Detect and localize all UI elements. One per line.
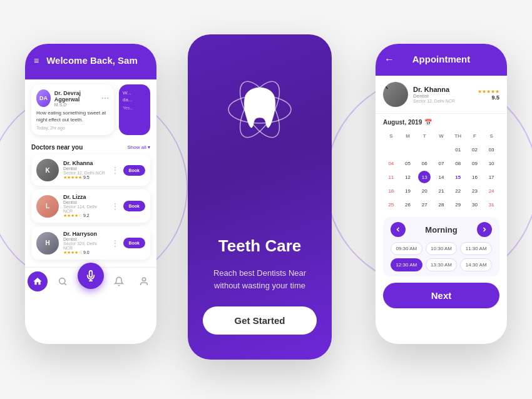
calendar-header: August, 2019 📅 — [383, 119, 499, 126]
left-phone-header: ≡ Welcome Back, Sam — [25, 44, 156, 79]
cal-day[interactable]: 14 — [435, 171, 448, 183]
doctors-section: Doctors near you Show all ▾ K Dr. Khanna… — [25, 140, 156, 267]
messages-section: DA Dr. Devraj Aggerwal M.S.D ⋯ How eatin… — [25, 79, 156, 140]
time-slot-4[interactable]: 12:30 AM — [391, 258, 422, 271]
calendar-month: August, 2019 📅 — [383, 119, 432, 126]
book-button-1[interactable]: Book — [123, 165, 146, 176]
cal-day[interactable]: 05 — [402, 157, 414, 169]
cal-week-1: 01 02 03 — [383, 143, 499, 156]
cal-hdr-m: M — [402, 129, 414, 142]
cal-day[interactable] — [402, 143, 414, 156]
doctors-section-title: Doctors near you — [31, 144, 83, 151]
next-button[interactable]: Next — [383, 283, 499, 308]
calendar-icon[interactable]: 📅 — [424, 119, 432, 126]
avatar-img: DA — [36, 89, 51, 107]
cal-day[interactable]: 12 — [402, 171, 414, 183]
doctor-more-icon-2[interactable]: ⋮ — [111, 202, 119, 211]
nav-bell[interactable] — [109, 271, 129, 291]
back-arrow-icon[interactable]: ← — [384, 54, 394, 65]
mic-button[interactable] — [78, 263, 104, 289]
phone-center: Teeth Care Reach best Dentists Near with… — [188, 34, 332, 360]
cal-day[interactable] — [418, 143, 431, 156]
cal-day[interactable]: 10 — [485, 157, 498, 169]
time-prev-button[interactable] — [391, 222, 406, 237]
nav-home[interactable] — [28, 271, 48, 291]
cal-day[interactable]: 30 — [468, 198, 481, 211]
calendar-section: August, 2019 📅 S M T W TH F S — [376, 114, 507, 217]
appointment-header: ← Appointment — [376, 44, 507, 76]
cal-day[interactable]: 17 — [485, 171, 498, 183]
cal-day[interactable]: 03 — [485, 143, 498, 156]
appt-doctor-specialty: Dentist — [413, 93, 455, 99]
appt-doctor-location: Sector 12, Delhi NCR — [413, 99, 455, 103]
book-button-2[interactable]: Book — [123, 201, 146, 211]
cal-day[interactable]: 26 — [402, 198, 414, 211]
cal-day[interactable]: 02 — [468, 143, 481, 156]
cal-day[interactable]: 24 — [485, 184, 498, 197]
cal-day[interactable]: 29 — [452, 198, 464, 211]
cal-hdr-f: F — [468, 129, 481, 142]
cal-day[interactable]: 01 — [452, 143, 464, 156]
cal-day[interactable]: 18 — [385, 184, 397, 197]
cal-day[interactable]: 06 — [418, 157, 431, 169]
cal-day[interactable]: 22 — [452, 184, 464, 197]
time-slot-5[interactable]: 13:30 AM — [426, 258, 458, 271]
cal-day[interactable]: 27 — [418, 198, 431, 211]
msg-doc-title: M.S.D — [54, 103, 98, 107]
hamburger-icon[interactable]: ≡ — [34, 56, 39, 66]
cal-day[interactable]: 28 — [435, 198, 448, 211]
message-card-1[interactable]: DA Dr. Devraj Aggerwal M.S.D ⋯ How eatin… — [31, 84, 114, 135]
time-slot-6[interactable]: 14:30 AM — [460, 258, 492, 271]
time-slot-1[interactable]: 09:30 AM — [391, 242, 422, 255]
cal-day[interactable]: 09 — [468, 157, 481, 169]
stars-display: ★★★★★ — [478, 89, 499, 94]
cal-day[interactable]: 19 — [402, 184, 414, 197]
show-all-button[interactable]: Show all ▾ — [128, 144, 150, 150]
message-text: How eating something sweet at night effe… — [36, 109, 109, 123]
phone-left: ≡ Welcome Back, Sam DA Dr. Devraj Aggerw… — [25, 44, 156, 344]
center-texts: Teeth Care Reach best Dentists Near with… — [203, 236, 317, 335]
doctor-details-1: Dr. Khanna Dentist Sector 12, Delhi NCR … — [63, 160, 106, 180]
time-next-button[interactable] — [477, 222, 492, 237]
doctor-card-1[interactable]: K Dr. Khanna Dentist Sector 12, Delhi NC… — [31, 154, 150, 186]
time-slots-grid: 09:30 AM 10:30 AM 11:30 AM 12:30 AM 13:3… — [391, 242, 492, 271]
cal-day[interactable]: 04 — [385, 157, 397, 169]
doctor-card-2[interactable]: L Dr. Lizza Dentist Sector 114, Delhi NC… — [31, 189, 150, 223]
doctor-card-3[interactable]: H Dr. Harryson Dentist Sector 329, Delhi… — [31, 226, 150, 260]
more-dots-icon[interactable]: ⋯ — [101, 94, 109, 103]
doctor-more-icon-1[interactable]: ⋮ — [111, 166, 119, 174]
nav-user[interactable] — [134, 271, 154, 291]
msg-doc-name: Dr. Devraj Aggerwal — [54, 90, 98, 103]
cal-day[interactable]: 07 — [435, 157, 448, 169]
cal-day[interactable]: 11 — [385, 171, 397, 183]
cal-day[interactable]: 23 — [468, 184, 481, 197]
cal-day[interactable]: 31 — [485, 198, 498, 211]
appt-doctor-name: Dr. Khanna — [413, 86, 455, 93]
cal-day[interactable]: 21 — [435, 184, 448, 197]
doctor-name-2: Dr. Lizza — [63, 194, 106, 200]
tooth-icon-wrap — [222, 72, 297, 147]
cal-day[interactable]: 08 — [452, 157, 464, 169]
get-started-button[interactable]: Get Started — [203, 306, 317, 335]
appt-doctor-stars: ★★★★★ 9.5 — [478, 89, 499, 101]
nav-search[interactable] — [53, 271, 73, 291]
doctor-avatar-3: H — [36, 232, 59, 255]
doctor-loc-1: Sector 12, Delhi NCR — [63, 171, 106, 175]
book-button-3[interactable]: Book — [123, 238, 146, 248]
time-slot-2[interactable]: 10:30 AM — [426, 242, 458, 255]
cal-day[interactable]: 25 — [385, 198, 397, 211]
cal-day[interactable]: 16 — [468, 171, 481, 183]
appt-doctor-avatar: K — [383, 82, 408, 107]
message-card-partial[interactable]: W...da... Yes... — [119, 84, 150, 135]
cal-day-selected[interactable]: 13 — [418, 171, 431, 183]
cal-day[interactable] — [385, 143, 397, 156]
appointment-doctor-row: K Dr. Khanna Dentist Sector 12, Delhi NC… — [376, 76, 507, 114]
time-slot-3[interactable]: 11:30 AM — [460, 242, 492, 255]
cal-day[interactable]: 15 — [452, 171, 464, 183]
cal-day[interactable] — [435, 143, 448, 156]
cal-day[interactable]: 20 — [418, 184, 431, 197]
partial-msg-text: W...da... — [123, 89, 146, 103]
center-content: Teeth Care Reach best Dentists Near with… — [188, 34, 332, 360]
doctor-more-icon-3[interactable]: ⋮ — [111, 239, 119, 248]
svg-point-2 — [142, 278, 145, 281]
